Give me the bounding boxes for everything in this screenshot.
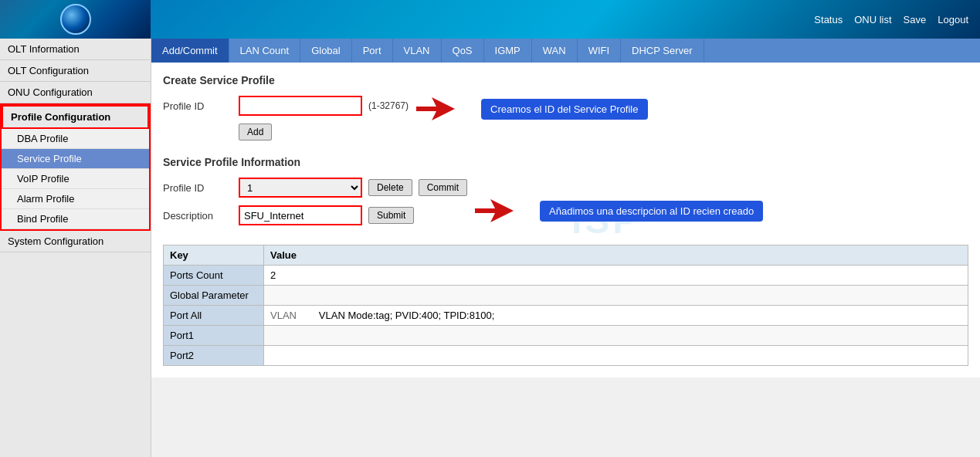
save-link[interactable]: Save bbox=[904, 14, 927, 25]
tab-igmp[interactable]: IGMP bbox=[484, 39, 532, 63]
tab-vlan[interactable]: VLAN bbox=[393, 39, 442, 63]
tab-qos[interactable]: QoS bbox=[442, 39, 484, 63]
header-links: Status ONU list Save Logout bbox=[814, 14, 968, 25]
info-section-title: Service Profile Information bbox=[163, 156, 968, 168]
main-content: Add/Commit LAN Count Global Port VLAN Qo… bbox=[151, 39, 980, 457]
sidebar-item-onu-config[interactable]: ONU Configuration bbox=[0, 82, 151, 103]
add-button-row: Add bbox=[163, 124, 409, 140]
table-row: Port1 bbox=[164, 326, 968, 346]
table-row: Global Parameter bbox=[164, 286, 968, 306]
sidebar-item-voip-profile[interactable]: VoIP Profile bbox=[2, 169, 149, 189]
table-row: Port2 bbox=[164, 346, 968, 366]
content-area: ISP Create Service Profile Profile ID (1… bbox=[151, 63, 980, 377]
table-cell-key: Port2 bbox=[164, 346, 264, 366]
description-row: Description Submit bbox=[163, 205, 467, 225]
info-annotation-box: Añadimos una descripcion al ID recien cr… bbox=[540, 201, 763, 222]
header: Status ONU list Save Logout bbox=[0, 0, 980, 39]
sidebar-item-system-config[interactable]: System Configuration bbox=[0, 231, 151, 252]
submit-button[interactable]: Submit bbox=[368, 207, 414, 224]
table-cell-key: Global Parameter bbox=[164, 286, 264, 306]
create-annotation-group: Creamos el ID del Service Profile bbox=[416, 97, 647, 120]
globe-icon bbox=[60, 4, 91, 35]
table-header-key: Key bbox=[164, 245, 264, 266]
table-cell-value bbox=[264, 326, 968, 346]
logo bbox=[0, 0, 151, 39]
create-form: Profile ID (1-32767) Add bbox=[163, 96, 409, 148]
info-profile-id-label: Profile ID bbox=[163, 182, 232, 194]
info-annotation-text: Añadimos una descripcion al ID recien cr… bbox=[549, 205, 754, 217]
table-header-value: Value bbox=[264, 245, 968, 266]
layout: OLT Information OLT Configuration ONU Co… bbox=[0, 39, 980, 457]
create-annotation-text: Creamos el ID del Service Profile bbox=[490, 103, 638, 115]
delete-button[interactable]: Delete bbox=[368, 179, 412, 196]
sidebar-item-alarm-profile[interactable]: Alarm Profile bbox=[2, 189, 149, 209]
svg-marker-1 bbox=[475, 199, 514, 222]
commit-button[interactable]: Commit bbox=[419, 179, 467, 196]
info-annotation-group: Añadimos una descripcion al ID recien cr… bbox=[475, 199, 763, 222]
table-cell-value: VLAN VLAN Mode:tag; PVID:400; TPID:8100; bbox=[264, 306, 968, 326]
create-profile-id-label: Profile ID bbox=[163, 100, 232, 112]
tab-bar: Add/Commit LAN Count Global Port VLAN Qo… bbox=[151, 39, 980, 63]
create-section-title: Create Service Profile bbox=[163, 74, 968, 86]
logout-link[interactable]: Logout bbox=[938, 14, 968, 25]
create-annotation-box: Creamos el ID del Service Profile bbox=[481, 99, 647, 120]
tab-port[interactable]: Port bbox=[352, 39, 393, 63]
tab-lan-count[interactable]: LAN Count bbox=[229, 39, 301, 63]
table-cell-value: 2 bbox=[264, 266, 968, 286]
sidebar-item-bind-profile[interactable]: Bind Profile bbox=[2, 209, 149, 229]
table-cell-value bbox=[264, 286, 968, 306]
onu-list-link[interactable]: ONU list bbox=[854, 14, 891, 25]
profile-id-row: Profile ID (1-32767) bbox=[163, 96, 409, 116]
table-row: Port AllVLAN VLAN Mode:tag; PVID:400; TP… bbox=[164, 306, 968, 326]
sidebar-item-service-profile[interactable]: Service Profile bbox=[2, 149, 149, 169]
svg-marker-0 bbox=[416, 97, 455, 120]
table-cell-key: Port1 bbox=[164, 326, 264, 346]
profile-configuration-group: Profile Configuration DBA Profile Servic… bbox=[0, 103, 151, 231]
sidebar: OLT Information OLT Configuration ONU Co… bbox=[0, 39, 151, 457]
status-link[interactable]: Status bbox=[814, 14, 843, 25]
table-cell-key: Port All bbox=[164, 306, 264, 326]
profile-configuration-header: Profile Configuration bbox=[2, 105, 149, 129]
sidebar-item-olt-config[interactable]: OLT Configuration bbox=[0, 60, 151, 82]
info-profile-id-row: Profile ID 1 Delete Commit bbox=[163, 178, 467, 198]
profile-id-input[interactable] bbox=[239, 96, 362, 116]
table-row: Ports Count2 bbox=[164, 266, 968, 286]
profile-id-hint: (1-32767) bbox=[368, 100, 409, 111]
red-arrow-icon bbox=[416, 97, 455, 120]
description-label: Description bbox=[163, 210, 232, 222]
info-form: Profile ID 1 Delete Commit Description S… bbox=[163, 178, 467, 233]
content-wrapper: ISP Create Service Profile Profile ID (1… bbox=[163, 74, 968, 366]
tab-add-commit[interactable]: Add/Commit bbox=[151, 39, 229, 63]
tab-wifi[interactable]: WIFI bbox=[578, 39, 621, 63]
description-input[interactable] bbox=[239, 205, 362, 225]
add-button[interactable]: Add bbox=[239, 124, 272, 140]
tab-wan[interactable]: WAN bbox=[532, 39, 578, 63]
profile-id-select[interactable]: 1 bbox=[239, 178, 362, 198]
table-cell-value bbox=[264, 346, 968, 366]
table-cell-key: Ports Count bbox=[164, 266, 264, 286]
tab-dhcp-server[interactable]: DHCP Server bbox=[621, 39, 704, 63]
tab-global[interactable]: Global bbox=[300, 39, 352, 63]
sidebar-item-dba-profile[interactable]: DBA Profile bbox=[2, 129, 149, 149]
service-profile-table: Key Value Ports Count2Global ParameterPo… bbox=[163, 245, 968, 366]
sidebar-item-olt-info[interactable]: OLT Information bbox=[0, 39, 151, 60]
red-arrow-2-icon bbox=[475, 199, 514, 222]
